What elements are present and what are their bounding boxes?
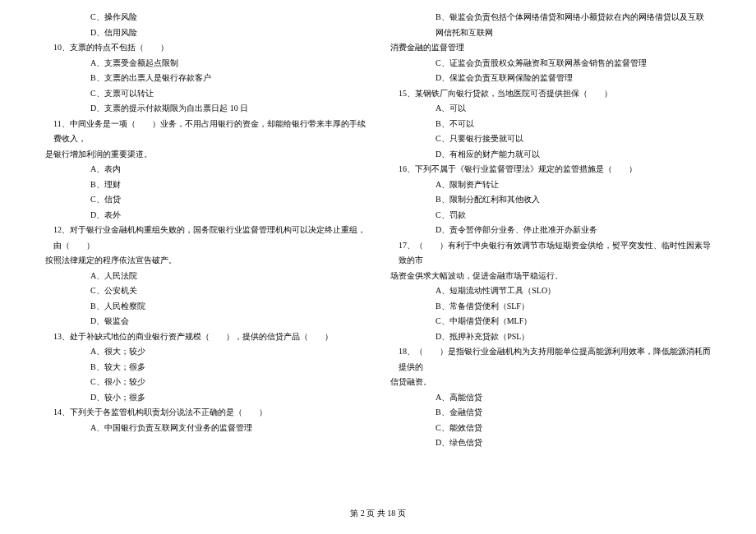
q18-option-d: D、绿色信贷 [390, 435, 711, 451]
q18-option-b: B、金融信贷 [390, 405, 711, 421]
q15-option-b: B、不可以 [390, 117, 711, 132]
page-footer: 第 2 页 共 18 页 [0, 508, 756, 519]
q11-option-b: B、理财 [45, 177, 366, 193]
q14-option-b-line2: 消费金融的监督管理 [390, 40, 711, 56]
q16-text: 16、下列不属于《银行业监督管理法》规定的监管措施是（ ） [390, 162, 711, 177]
q18-text-line2: 信贷融资。 [390, 375, 711, 390]
left-column: C、操作风险 D、信用风险 10、支票的特点不包括（ ） A、支票受金额起点限制… [45, 10, 366, 451]
q17-text-line2: 场资金供求大幅波动，促进金融市场平稳运行。 [390, 269, 711, 284]
q14-option-d: D、保监会负责互联网保险的监督管理 [390, 71, 711, 86]
q15-option-d: D、有相应的财产能力就可以 [390, 147, 711, 163]
q10-option-b: B、支票的出票人是银行存款客户 [45, 71, 366, 86]
q12-option-d: D、银监会 [45, 314, 366, 329]
q16-option-b: B、限制分配红利和其他收入 [390, 192, 711, 208]
q10-option-c: C、支票可以转让 [45, 86, 366, 102]
q13-option-a: A、很大；较少 [45, 344, 366, 360]
right-column: B、银监会负责包括个体网络借贷和网络小额贷款在内的网络借贷以及互联网信托和互联网… [390, 10, 711, 451]
q17-option-a: A、短期流动性调节工具（SLO） [390, 283, 711, 299]
q12-text-line1: 12、对于银行业金融机构重组失败的，国务院银行业监督管理机构可以决定终止重组，由… [45, 223, 366, 253]
q18-option-a: A、高能信贷 [390, 390, 711, 406]
q17-option-b: B、常备借贷便利（SLF） [390, 299, 711, 315]
q14-option-b-line1: B、银监会负责包括个体网络借贷和网络小额贷款在内的网络借贷以及互联网信托和互联网 [390, 10, 711, 40]
q15-text: 15、某钢铁厂向银行贷款，当地医院可否提供担保（ ） [390, 86, 711, 102]
q16-option-a: A、限制资产转让 [390, 177, 711, 193]
q18-option-c: C、能效信贷 [390, 421, 711, 436]
q11-option-d: D、表外 [45, 208, 366, 223]
q10-option-a: A、支票受金额起点限制 [45, 56, 366, 71]
q17-text-line1: 17、（ ）有利于中央银行有效调节市场短期资金供给，熨平突发性、临时性因素导致的… [390, 238, 711, 269]
q17-option-c: C、中期借贷便利（MLF） [390, 314, 711, 329]
q9-option-c: C、操作风险 [45, 10, 366, 25]
q10-option-d: D、支票的提示付款期限为自出票日起 10 日 [45, 101, 366, 117]
q11-option-a: A、表内 [45, 162, 366, 177]
q12-option-c: B、人民检察院 [45, 299, 366, 315]
content-columns: C、操作风险 D、信用风险 10、支票的特点不包括（ ） A、支票受金额起点限制… [45, 10, 711, 451]
q13-option-b: B、较大；很多 [45, 360, 366, 375]
q17-option-d: D、抵押补充贷款（PSL） [390, 329, 711, 345]
q14-text: 14、下列关于各监管机构职责划分说法不正确的是（ ） [45, 405, 366, 421]
q11-option-c: C、信贷 [45, 192, 366, 208]
q13-option-d: D、较小；很多 [45, 390, 366, 406]
q12-text-line2: 按照法律规定的程序依法宣告破产。 [45, 253, 366, 269]
q13-text: 13、处于补缺式地位的商业银行资产规模（ ），提供的信贷产品（ ） [45, 329, 366, 345]
q13-option-c: C、很小；较少 [45, 375, 366, 390]
q12-option-b: C、公安机关 [45, 283, 366, 299]
q16-option-c: C、罚款 [390, 208, 711, 223]
q12-option-a: A、人民法院 [45, 269, 366, 284]
q11-text-line1: 11、中间业务是一项（ ）业务，不用占用银行的资金，却能给银行带来丰厚的手续费收… [45, 117, 366, 147]
q18-text-line1: 18、（ ）是指银行业金融机构为支持用能单位提高能源利用效率，降低能源消耗而提供… [390, 344, 711, 375]
q11-text-line2: 是银行增加利润的重要渠道。 [45, 147, 366, 163]
q16-option-d: D、责令暂停部分业务、停止批准开办新业务 [390, 223, 711, 238]
q14-option-c: C、证监会负责股权众筹融资和互联网基金销售的监督管理 [390, 56, 711, 71]
q15-option-c: C、只要银行接受就可以 [390, 131, 711, 147]
q9-option-d: D、信用风险 [45, 25, 366, 41]
q15-option-a: A、可以 [390, 101, 711, 117]
q14-option-a: A、中国银行负责互联网支付业务的监督管理 [45, 421, 366, 436]
q10-text: 10、支票的特点不包括（ ） [45, 40, 366, 56]
